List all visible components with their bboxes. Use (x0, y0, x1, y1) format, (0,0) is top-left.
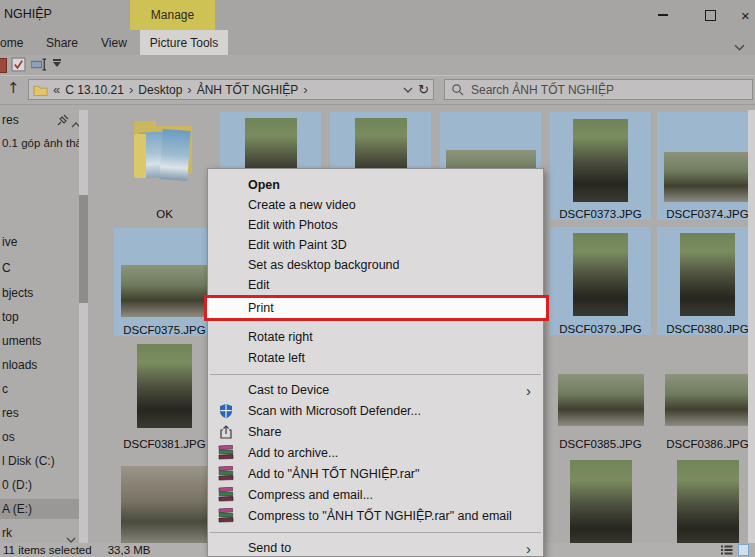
selection-size: 33,3 MB (108, 544, 151, 556)
sidebar-item-local-disk-c[interactable]: l Disk (C:) (0, 451, 80, 471)
sidebar-item-this-pc[interactable]: C (0, 258, 80, 278)
menu-item-print-annotated[interactable]: Print (204, 295, 549, 321)
search-icon (451, 83, 464, 96)
address-bar[interactable]: « C 13.10.21 › Desktop › ẢNH TỐT NGHIỆP … (28, 79, 434, 100)
photo-thumbnail (664, 152, 752, 202)
sidebar-item-pinned-folder[interactable]: 0.1 góp ảnh thà (0, 133, 80, 153)
checkbox-icon (11, 57, 26, 72)
file-item[interactable]: DSCF0386.JPG (657, 342, 755, 450)
menu-item-print-label: Print (248, 301, 274, 315)
sidebar-item-pictures[interactable]: res (0, 403, 80, 423)
close-icon: × (741, 7, 750, 24)
menu-separator (210, 374, 541, 375)
menu-item-rotate-left[interactable]: Rotate left (208, 348, 543, 369)
sidebar-scrollbar[interactable] (79, 110, 88, 543)
file-item[interactable]: DSCF0374.JPG (657, 112, 755, 220)
manage-contextual-tab[interactable]: Manage (130, 0, 215, 30)
file-item[interactable] (114, 456, 215, 557)
sidebar-item-onedrive[interactable]: ive (0, 232, 80, 252)
menu-item-send-to[interactable]: Send to › (208, 538, 543, 557)
breadcrumb-item[interactable]: Desktop (138, 83, 182, 97)
file-explorer-window: NGHIỆP Manage × ome Share View Picture T… (0, 0, 755, 557)
toolbar-icon-fragment[interactable] (0, 58, 7, 73)
sidebar-item-drive-e-selected[interactable]: A (E:) (0, 499, 80, 519)
breadcrumb-item[interactable]: ẢNH TỐT NGHIỆP (197, 83, 299, 97)
menu-item-edit-with-photos[interactable]: Edit with Photos (208, 215, 543, 235)
menu-item-set-as-desktop-background[interactable]: Set as desktop background (208, 255, 543, 275)
file-item[interactable]: DSCF0379.JPG (550, 227, 651, 335)
menu-item-edit[interactable]: Edit (208, 275, 543, 295)
tab-share[interactable]: Share (40, 30, 84, 55)
menu-item-compress-and-email[interactable]: Compress and email... (208, 485, 543, 506)
file-item[interactable]: DSCF0385.JPG (550, 342, 651, 450)
file-item[interactable] (657, 456, 755, 557)
quick-access-toolbar (0, 55, 755, 75)
menu-item-cast-to-device[interactable]: Cast to Device › (208, 380, 543, 401)
menu-item-add-archive-label: Add to archive... (248, 446, 338, 460)
minimize-button[interactable] (640, 0, 686, 30)
rename-toolbar-button[interactable] (31, 57, 48, 76)
winrar-icon (218, 508, 234, 524)
menu-item-add-to-archive[interactable]: Add to archive... (208, 443, 543, 464)
menu-item-scan-with-defender[interactable]: Scan with Microsoft Defender... (208, 401, 543, 422)
details-view-icon[interactable] (721, 545, 733, 555)
file-area-scrollbar[interactable] (748, 110, 755, 543)
sidebar-item-drive-d[interactable]: 0 (D:) (0, 475, 80, 495)
manage-tab-label: Manage (151, 8, 194, 22)
folder-thumbnail-icon (128, 118, 202, 192)
menu-item-compress-to-rar-and-email[interactable]: Compress to "ẢNH TỐT NGHIỆP.rar" and ema… (208, 506, 543, 527)
submenu-arrow-icon: › (526, 538, 531, 557)
sidebar-item-documents[interactable]: uments (0, 331, 80, 351)
menu-item-share[interactable]: Share (208, 422, 543, 443)
sidebar-item-3d-objects[interactable]: bjects (0, 283, 80, 303)
breadcrumb-item[interactable]: C 13.10.21 (65, 83, 124, 97)
sidebar-item-downloads[interactable]: nloads (0, 355, 80, 375)
tab-picture-tools[interactable]: Picture Tools (140, 30, 228, 55)
menu-item-scan-label: Scan with Microsoft Defender... (248, 404, 421, 418)
menu-item-open[interactable]: Open (208, 175, 543, 195)
file-name: OK (114, 208, 215, 220)
menu-item-edit-with-paint-3d[interactable]: Edit with Paint 3D (208, 235, 543, 255)
collapse-ribbon-button[interactable] (734, 37, 745, 55)
checkbox-toolbar-button[interactable] (11, 57, 26, 76)
large-icons-view-icon[interactable] (738, 544, 749, 556)
file-name: DSCF0385.JPG (550, 438, 651, 450)
folder-item-ok[interactable]: OK (114, 112, 215, 220)
refresh-icon[interactable]: ↻ (418, 82, 429, 97)
file-item[interactable]: DSCF0380.JPG (657, 227, 755, 335)
menu-item-add-named-rar-label: Add to "ẢNH TỐT NGHIỆP.rar" (248, 467, 419, 481)
photo-thumbnail (558, 374, 644, 426)
toolbar-dropdown-arrow[interactable] (53, 62, 61, 67)
tab-home[interactable]: ome (0, 30, 29, 55)
file-name: DSCF0381.JPG (114, 438, 215, 450)
sidebar-scrollbar-thumb[interactable] (79, 195, 88, 303)
selection-count: 11 items selected (3, 544, 92, 556)
file-item[interactable]: DSCF0375.JPG (114, 228, 215, 336)
file-item[interactable] (550, 456, 651, 557)
crumb-separator: › (187, 82, 191, 97)
menu-separator (210, 532, 541, 533)
menu-item-add-to-named-rar[interactable]: Add to "ẢNH TỐT NGHIỆP.rar" (208, 464, 543, 485)
file-item[interactable]: DSCF0381.JPG (114, 342, 215, 450)
file-name: DSCF0386.JPG (657, 438, 755, 450)
photo-thumbnail (137, 344, 192, 428)
sidebar-item-videos[interactable]: os (0, 427, 80, 447)
maximize-button[interactable] (687, 0, 733, 30)
up-button[interactable]: ↑ (7, 79, 20, 97)
address-dropdown-icon[interactable] (403, 87, 413, 93)
back-crumbs-icon[interactable]: « (53, 82, 60, 97)
tab-picture-tools-label: Picture Tools (150, 36, 218, 50)
close-button[interactable]: × (736, 0, 755, 30)
file-item[interactable]: DSCF0373.JPG (550, 112, 651, 220)
winrar-icon (218, 445, 234, 461)
file-name: DSCF0375.JPG (114, 324, 215, 336)
menu-item-rotate-right[interactable]: Rotate right (208, 327, 543, 348)
search-input[interactable]: Search ẢNH TỐT NGHIỆP (444, 79, 753, 100)
sidebar-item-music[interactable]: c (0, 379, 80, 399)
menu-item-share-label: Share (248, 425, 281, 439)
tab-view[interactable]: View (95, 30, 133, 55)
crumb-separator: › (129, 82, 133, 97)
sidebar-item-desktop[interactable]: top (0, 307, 80, 327)
menu-item-create-a-new-video[interactable]: Create a new video (208, 195, 543, 215)
menu-item-cast-label: Cast to Device (248, 383, 329, 397)
